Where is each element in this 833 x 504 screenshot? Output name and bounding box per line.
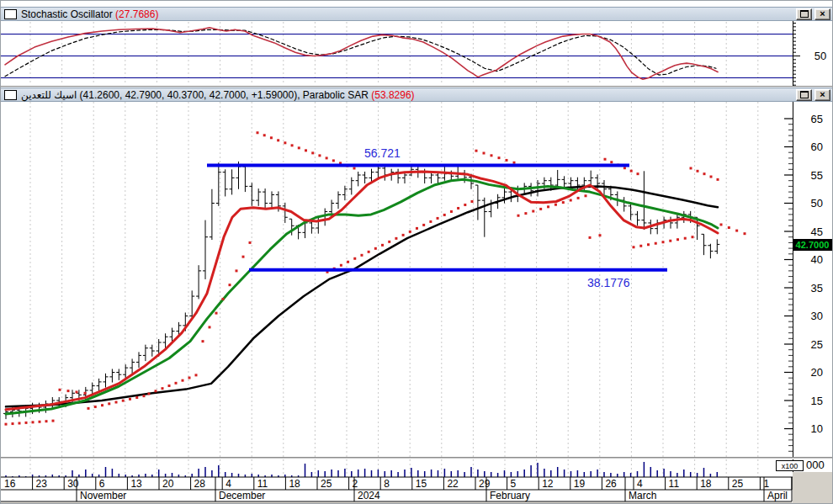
metastock-window: 56.72138.1776656055504540353025201510162… xyxy=(0,0,833,504)
week-labels: 1623306132028411182528152229512192641118… xyxy=(4,478,769,490)
close-button[interactable]: × xyxy=(814,89,830,101)
svg-text:19: 19 xyxy=(574,478,586,490)
date-axis xyxy=(1,477,793,501)
price-chart-titlebar: اسيك للتعدين (41.2600, 42.7900, 40.3700,… xyxy=(1,88,833,102)
svg-text:2: 2 xyxy=(353,478,358,490)
medium-ma-line xyxy=(6,179,718,414)
close-icon: × xyxy=(820,90,825,99)
svg-text:5: 5 xyxy=(511,478,517,490)
indicator-checkbox[interactable] xyxy=(4,9,17,19)
stochastic-axis xyxy=(793,21,800,86)
svg-text:25: 25 xyxy=(811,338,823,351)
svg-text:25: 25 xyxy=(321,478,332,490)
ohlc-bars xyxy=(3,162,719,419)
chart-checkbox[interactable] xyxy=(4,90,17,100)
sar-value: (53.8296) xyxy=(371,89,414,101)
svg-text:11: 11 xyxy=(257,478,268,490)
svg-text:4: 4 xyxy=(225,478,231,490)
last-price-badge: 42.7000 xyxy=(793,239,832,251)
svg-text:15: 15 xyxy=(811,395,823,407)
trendline-label: 56.721 xyxy=(364,146,401,160)
close-button[interactable]: × xyxy=(814,8,830,20)
svg-text:35: 35 xyxy=(811,282,823,294)
stochastic-titlebar: Stochastic Oscillator (27.7686) × xyxy=(1,7,833,21)
svg-text:60: 60 xyxy=(811,141,823,153)
stochastic-d-line xyxy=(5,29,716,76)
window-controls: × xyxy=(796,8,830,20)
svg-text:April: April xyxy=(767,490,788,501)
price-axis-labels: 656055504540353025201510 xyxy=(811,113,823,436)
svg-text:1: 1 xyxy=(763,478,769,490)
charts-canvas: 56.72138.1776656055504540353025201510162… xyxy=(1,1,833,504)
stochastic-threshold-lines xyxy=(1,34,793,77)
svg-text:2024: 2024 xyxy=(358,490,380,501)
volume-multiplier-box: x100 xyxy=(776,460,804,471)
svg-text:12: 12 xyxy=(542,478,554,490)
svg-text:26: 26 xyxy=(605,478,617,490)
fast-ma-line xyxy=(6,172,718,410)
slow-ma-line xyxy=(6,186,718,406)
svg-text:March: March xyxy=(629,490,656,501)
bottom-right-corner xyxy=(793,472,833,504)
price-gridlines xyxy=(30,102,758,477)
svg-text:December: December xyxy=(219,490,265,501)
svg-text:45: 45 xyxy=(811,225,823,238)
trendline-label: 38.1776 xyxy=(587,276,630,289)
volume-bars xyxy=(5,462,718,477)
svg-text:50: 50 xyxy=(811,197,823,210)
stochastic-value: (27.7686) xyxy=(115,8,158,20)
svg-text:20: 20 xyxy=(811,366,823,379)
svg-text:November: November xyxy=(80,490,126,501)
svg-text:February: February xyxy=(490,490,530,501)
svg-text:8: 8 xyxy=(384,478,390,490)
svg-text:16: 16 xyxy=(4,478,16,490)
stochastic-title: Stochastic Oscillator xyxy=(21,8,115,20)
window-controls: × xyxy=(796,89,830,101)
svg-text:20: 20 xyxy=(162,478,174,490)
price-axis xyxy=(784,102,793,477)
maximize-icon xyxy=(800,10,809,18)
svg-text:40: 40 xyxy=(811,253,823,266)
svg-text:18: 18 xyxy=(289,478,300,490)
stochastic-k-line xyxy=(5,28,718,80)
svg-text:15: 15 xyxy=(416,478,427,490)
month-labels: NovemberDecember2024FebruaryMarchApril xyxy=(80,490,788,501)
svg-text:30: 30 xyxy=(811,310,823,322)
parabolic-sar-dots xyxy=(5,131,746,425)
svg-text:56.721: 56.721 xyxy=(364,146,401,160)
svg-text:13: 13 xyxy=(130,478,142,490)
svg-text:29: 29 xyxy=(479,478,491,490)
svg-text:11: 11 xyxy=(669,478,680,490)
svg-text:25: 25 xyxy=(732,478,744,490)
svg-text:6: 6 xyxy=(99,478,105,490)
svg-text:55: 55 xyxy=(811,169,823,182)
maximize-icon xyxy=(800,91,809,98)
maximize-button[interactable] xyxy=(796,8,812,20)
svg-text:18: 18 xyxy=(700,478,712,490)
svg-text:38.1776: 38.1776 xyxy=(587,276,630,289)
stochastic-gridlines xyxy=(30,22,758,85)
close-icon: × xyxy=(820,9,825,19)
svg-text:28: 28 xyxy=(194,478,206,490)
svg-text:30: 30 xyxy=(67,478,79,490)
maximize-button[interactable] xyxy=(796,89,812,101)
volume-scale-suffix: 000 xyxy=(806,459,825,471)
ohlc-values: (41.2600, 42.7900, 40.3700, 42.7000, +1.… xyxy=(77,89,371,101)
svg-text:23: 23 xyxy=(36,478,48,490)
svg-text:4: 4 xyxy=(637,478,643,490)
svg-text:10: 10 xyxy=(811,422,823,435)
volume-separator xyxy=(1,457,833,459)
svg-text:22: 22 xyxy=(447,478,459,490)
svg-text:65: 65 xyxy=(811,113,823,125)
stochastic-axis-label: 50 xyxy=(809,50,832,62)
symbol-name: اسيك للتعدين xyxy=(21,89,77,101)
